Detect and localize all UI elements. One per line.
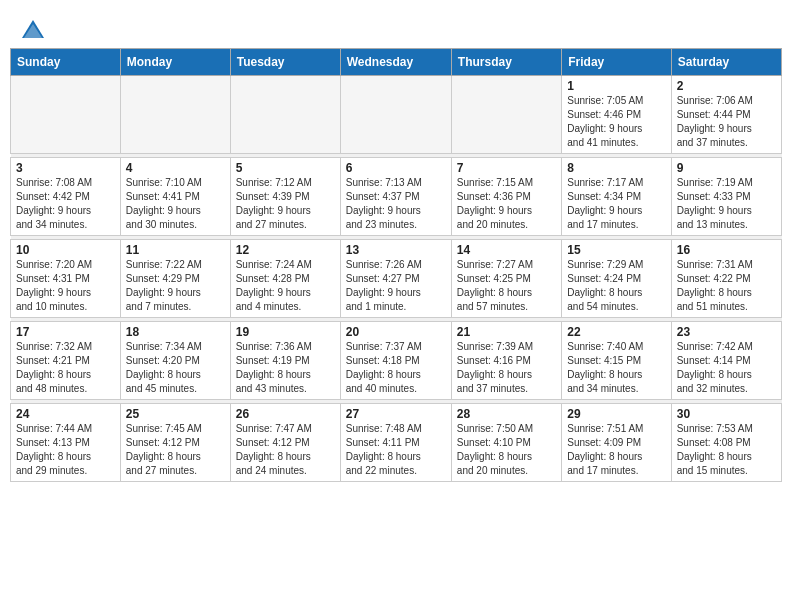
- weekday-header-thursday: Thursday: [451, 49, 561, 76]
- calendar-cell: 5Sunrise: 7:12 AM Sunset: 4:39 PM Daylig…: [230, 158, 340, 236]
- calendar-week-2: 10Sunrise: 7:20 AM Sunset: 4:31 PM Dayli…: [11, 240, 782, 318]
- day-info: Sunrise: 7:15 AM Sunset: 4:36 PM Dayligh…: [457, 176, 556, 232]
- calendar-cell: 23Sunrise: 7:42 AM Sunset: 4:14 PM Dayli…: [671, 322, 781, 400]
- day-info: Sunrise: 7:40 AM Sunset: 4:15 PM Dayligh…: [567, 340, 665, 396]
- day-info: Sunrise: 7:37 AM Sunset: 4:18 PM Dayligh…: [346, 340, 446, 396]
- calendar-cell: 17Sunrise: 7:32 AM Sunset: 4:21 PM Dayli…: [11, 322, 121, 400]
- calendar-table: SundayMondayTuesdayWednesdayThursdayFrid…: [10, 48, 782, 482]
- day-info: Sunrise: 7:19 AM Sunset: 4:33 PM Dayligh…: [677, 176, 776, 232]
- weekday-header-tuesday: Tuesday: [230, 49, 340, 76]
- day-info: Sunrise: 7:51 AM Sunset: 4:09 PM Dayligh…: [567, 422, 665, 478]
- calendar-cell: 1Sunrise: 7:05 AM Sunset: 4:46 PM Daylig…: [562, 76, 671, 154]
- day-number: 14: [457, 243, 556, 257]
- calendar-header-row: SundayMondayTuesdayWednesdayThursdayFrid…: [11, 49, 782, 76]
- day-info: Sunrise: 7:47 AM Sunset: 4:12 PM Dayligh…: [236, 422, 335, 478]
- day-info: Sunrise: 7:20 AM Sunset: 4:31 PM Dayligh…: [16, 258, 115, 314]
- day-number: 17: [16, 325, 115, 339]
- calendar-cell: 26Sunrise: 7:47 AM Sunset: 4:12 PM Dayli…: [230, 404, 340, 482]
- day-info: Sunrise: 7:45 AM Sunset: 4:12 PM Dayligh…: [126, 422, 225, 478]
- calendar-cell: 21Sunrise: 7:39 AM Sunset: 4:16 PM Dayli…: [451, 322, 561, 400]
- day-number: 11: [126, 243, 225, 257]
- logo-icon: [22, 18, 44, 40]
- calendar-cell: 19Sunrise: 7:36 AM Sunset: 4:19 PM Dayli…: [230, 322, 340, 400]
- calendar-cell: 28Sunrise: 7:50 AM Sunset: 4:10 PM Dayli…: [451, 404, 561, 482]
- calendar-wrapper: SundayMondayTuesdayWednesdayThursdayFrid…: [0, 48, 792, 492]
- calendar-cell: 20Sunrise: 7:37 AM Sunset: 4:18 PM Dayli…: [340, 322, 451, 400]
- day-number: 21: [457, 325, 556, 339]
- day-info: Sunrise: 7:12 AM Sunset: 4:39 PM Dayligh…: [236, 176, 335, 232]
- logo: [20, 18, 44, 40]
- day-info: Sunrise: 7:53 AM Sunset: 4:08 PM Dayligh…: [677, 422, 776, 478]
- calendar-cell: 8Sunrise: 7:17 AM Sunset: 4:34 PM Daylig…: [562, 158, 671, 236]
- calendar-cell: [11, 76, 121, 154]
- calendar-cell: [451, 76, 561, 154]
- day-number: 19: [236, 325, 335, 339]
- day-number: 29: [567, 407, 665, 421]
- calendar-cell: 13Sunrise: 7:26 AM Sunset: 4:27 PM Dayli…: [340, 240, 451, 318]
- calendar-cell: 25Sunrise: 7:45 AM Sunset: 4:12 PM Dayli…: [120, 404, 230, 482]
- day-info: Sunrise: 7:42 AM Sunset: 4:14 PM Dayligh…: [677, 340, 776, 396]
- day-number: 6: [346, 161, 446, 175]
- calendar-week-0: 1Sunrise: 7:05 AM Sunset: 4:46 PM Daylig…: [11, 76, 782, 154]
- weekday-header-wednesday: Wednesday: [340, 49, 451, 76]
- calendar-cell: 4Sunrise: 7:10 AM Sunset: 4:41 PM Daylig…: [120, 158, 230, 236]
- day-info: Sunrise: 7:44 AM Sunset: 4:13 PM Dayligh…: [16, 422, 115, 478]
- calendar-week-1: 3Sunrise: 7:08 AM Sunset: 4:42 PM Daylig…: [11, 158, 782, 236]
- day-number: 25: [126, 407, 225, 421]
- calendar-cell: 18Sunrise: 7:34 AM Sunset: 4:20 PM Dayli…: [120, 322, 230, 400]
- day-info: Sunrise: 7:05 AM Sunset: 4:46 PM Dayligh…: [567, 94, 665, 150]
- calendar-week-4: 24Sunrise: 7:44 AM Sunset: 4:13 PM Dayli…: [11, 404, 782, 482]
- calendar-cell: 7Sunrise: 7:15 AM Sunset: 4:36 PM Daylig…: [451, 158, 561, 236]
- day-number: 15: [567, 243, 665, 257]
- day-info: Sunrise: 7:26 AM Sunset: 4:27 PM Dayligh…: [346, 258, 446, 314]
- weekday-header-friday: Friday: [562, 49, 671, 76]
- calendar-cell: 12Sunrise: 7:24 AM Sunset: 4:28 PM Dayli…: [230, 240, 340, 318]
- day-number: 24: [16, 407, 115, 421]
- calendar-cell: 29Sunrise: 7:51 AM Sunset: 4:09 PM Dayli…: [562, 404, 671, 482]
- calendar-cell: 24Sunrise: 7:44 AM Sunset: 4:13 PM Dayli…: [11, 404, 121, 482]
- day-number: 13: [346, 243, 446, 257]
- day-info: Sunrise: 7:10 AM Sunset: 4:41 PM Dayligh…: [126, 176, 225, 232]
- calendar-cell: 30Sunrise: 7:53 AM Sunset: 4:08 PM Dayli…: [671, 404, 781, 482]
- day-info: Sunrise: 7:36 AM Sunset: 4:19 PM Dayligh…: [236, 340, 335, 396]
- day-number: 30: [677, 407, 776, 421]
- calendar-cell: 16Sunrise: 7:31 AM Sunset: 4:22 PM Dayli…: [671, 240, 781, 318]
- calendar-cell: 9Sunrise: 7:19 AM Sunset: 4:33 PM Daylig…: [671, 158, 781, 236]
- calendar-cell: [120, 76, 230, 154]
- day-info: Sunrise: 7:17 AM Sunset: 4:34 PM Dayligh…: [567, 176, 665, 232]
- day-info: Sunrise: 7:34 AM Sunset: 4:20 PM Dayligh…: [126, 340, 225, 396]
- day-number: 22: [567, 325, 665, 339]
- day-number: 9: [677, 161, 776, 175]
- day-number: 5: [236, 161, 335, 175]
- day-number: 8: [567, 161, 665, 175]
- calendar-cell: 14Sunrise: 7:27 AM Sunset: 4:25 PM Dayli…: [451, 240, 561, 318]
- weekday-header-monday: Monday: [120, 49, 230, 76]
- day-number: 4: [126, 161, 225, 175]
- day-number: 7: [457, 161, 556, 175]
- header: [0, 0, 792, 48]
- calendar-cell: [340, 76, 451, 154]
- day-info: Sunrise: 7:29 AM Sunset: 4:24 PM Dayligh…: [567, 258, 665, 314]
- calendar-cell: 27Sunrise: 7:48 AM Sunset: 4:11 PM Dayli…: [340, 404, 451, 482]
- calendar-cell: 11Sunrise: 7:22 AM Sunset: 4:29 PM Dayli…: [120, 240, 230, 318]
- day-number: 20: [346, 325, 446, 339]
- day-info: Sunrise: 7:06 AM Sunset: 4:44 PM Dayligh…: [677, 94, 776, 150]
- day-info: Sunrise: 7:31 AM Sunset: 4:22 PM Dayligh…: [677, 258, 776, 314]
- weekday-header-saturday: Saturday: [671, 49, 781, 76]
- day-number: 2: [677, 79, 776, 93]
- day-number: 27: [346, 407, 446, 421]
- day-info: Sunrise: 7:24 AM Sunset: 4:28 PM Dayligh…: [236, 258, 335, 314]
- calendar-cell: [230, 76, 340, 154]
- day-info: Sunrise: 7:22 AM Sunset: 4:29 PM Dayligh…: [126, 258, 225, 314]
- day-info: Sunrise: 7:27 AM Sunset: 4:25 PM Dayligh…: [457, 258, 556, 314]
- day-number: 23: [677, 325, 776, 339]
- day-number: 26: [236, 407, 335, 421]
- day-info: Sunrise: 7:39 AM Sunset: 4:16 PM Dayligh…: [457, 340, 556, 396]
- day-info: Sunrise: 7:50 AM Sunset: 4:10 PM Dayligh…: [457, 422, 556, 478]
- calendar-cell: 6Sunrise: 7:13 AM Sunset: 4:37 PM Daylig…: [340, 158, 451, 236]
- day-number: 3: [16, 161, 115, 175]
- calendar-cell: 10Sunrise: 7:20 AM Sunset: 4:31 PM Dayli…: [11, 240, 121, 318]
- day-info: Sunrise: 7:08 AM Sunset: 4:42 PM Dayligh…: [16, 176, 115, 232]
- weekday-header-sunday: Sunday: [11, 49, 121, 76]
- day-number: 12: [236, 243, 335, 257]
